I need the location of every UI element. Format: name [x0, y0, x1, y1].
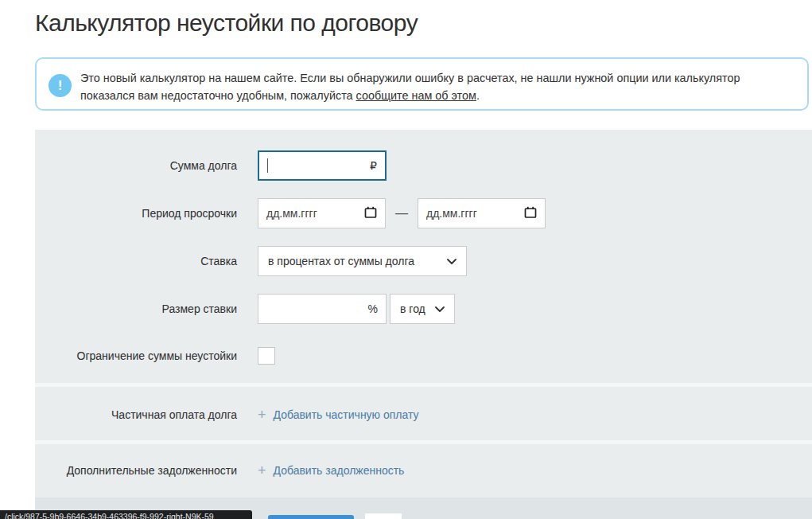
plus-icon: +: [258, 462, 266, 479]
chevron-down-icon: [435, 302, 445, 315]
section-divider: [35, 383, 812, 387]
overdue-period-row: Период просрочки дд.мм.гггг — дд.мм.гггг: [35, 198, 546, 228]
rate-unit-value: в год: [400, 302, 425, 315]
debt-amount-row: Сумма долга ₽: [35, 150, 387, 181]
browser-status-bar: /click/987-5-9b9-6646-34b9-463396-f9-992…: [0, 510, 252, 519]
report-problem-link[interactable]: сообщите нам об этом: [356, 89, 476, 102]
period-to-input[interactable]: дд.мм.гггг: [418, 198, 546, 228]
percent-suffix: %: [368, 302, 378, 315]
add-debt-label: Добавить задолженность: [274, 464, 405, 477]
date-range-separator: —: [386, 206, 418, 220]
footer-white-element: [365, 513, 402, 519]
add-debt-button[interactable]: + Добавить задолженность: [258, 462, 404, 479]
partial-payment-row: Частичная оплата долга + Добавить частич…: [35, 404, 419, 425]
rate-label: Ставка: [35, 255, 237, 267]
text-caret: [267, 158, 268, 173]
section-divider: [35, 440, 812, 444]
notice-text: Это новый калькулятор на нашем сайте. Ес…: [80, 70, 793, 104]
penalty-limit-row: Ограничение суммы неустойки: [35, 346, 275, 365]
plus-icon: +: [258, 407, 266, 423]
period-from-placeholder: дд.мм.гггг: [266, 207, 317, 220]
rate-row: Ставка в процентах от суммы долга: [35, 246, 467, 276]
debt-amount-input[interactable]: ₽: [258, 150, 387, 181]
period-from-input[interactable]: дд.мм.гггг: [258, 198, 386, 228]
rate-size-input[interactable]: %: [258, 294, 387, 324]
ruble-suffix: ₽: [370, 159, 377, 172]
exclamation-icon: !: [49, 74, 72, 97]
calendar-icon[interactable]: [364, 206, 377, 221]
partial-payment-label: Частичная оплата долга: [35, 408, 237, 421]
penalty-limit-label: Ограничение суммы неустойки: [35, 349, 237, 362]
penalty-limit-checkbox[interactable]: [258, 347, 275, 365]
debt-amount-label: Сумма долга: [35, 159, 237, 172]
rate-unit-select[interactable]: в год: [390, 294, 455, 324]
overdue-period-label: Период просрочки: [35, 207, 237, 220]
rate-select-value: в процентах от суммы долга: [268, 255, 414, 267]
page-title: Калькулятор неустойки по договору: [35, 10, 418, 37]
calendar-icon[interactable]: [524, 206, 537, 221]
rate-size-row: Размер ставки % в год: [35, 294, 455, 324]
new-calculator-notice: ! Это новый калькулятор на нашем сайте. …: [35, 57, 809, 111]
notice-text-end: .: [476, 89, 480, 102]
rate-select[interactable]: в процентах от суммы долга: [258, 246, 467, 276]
period-to-placeholder: дд.мм.гггг: [426, 207, 477, 220]
add-partial-payment-label: Добавить частичную оплату: [274, 408, 419, 421]
calculator-form-panel: Сумма долга ₽ Период просрочки дд.мм.ггг…: [35, 130, 812, 519]
additional-debts-row: Дополнительные задолженности + Добавить …: [35, 460, 404, 481]
additional-debts-label: Дополнительные задолженности: [35, 464, 237, 477]
calculate-button[interactable]: [268, 515, 354, 519]
add-partial-payment-button[interactable]: + Добавить частичную оплату: [258, 407, 419, 423]
rate-size-label: Размер ставки: [35, 302, 237, 315]
chevron-down-icon: [447, 255, 457, 267]
